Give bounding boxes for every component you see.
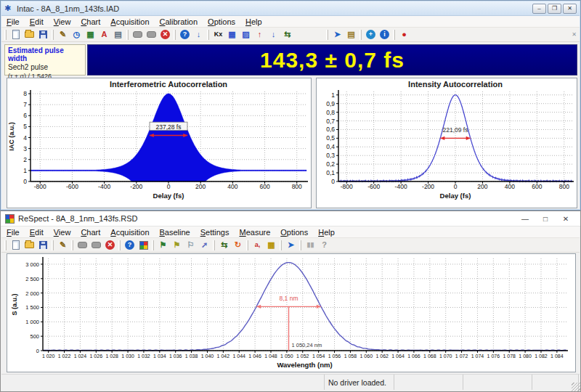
help-button[interactable]: ? [123, 239, 137, 251]
web-button[interactable]: + [364, 28, 378, 41]
maximize-button[interactable]: □ [535, 212, 556, 226]
peak-marker-button[interactable]: ➚ [198, 239, 211, 251]
play-button[interactable] [131, 28, 145, 41]
respect-menu-acquisition[interactable]: Acquisition [105, 227, 154, 237]
edit-settings-button[interactable]: ✎ [56, 28, 70, 41]
palette-button[interactable] [137, 239, 150, 251]
table-button[interactable]: ▦ [264, 239, 278, 251]
autoscale-button[interactable]: ↓ [192, 28, 206, 41]
toolbar-gripper[interactable] [207, 30, 209, 40]
open-file-button[interactable] [23, 239, 36, 251]
open-file-button[interactable] [23, 28, 36, 41]
report-button[interactable]: ▤ [344, 28, 358, 41]
toolbar-gripper[interactable] [299, 240, 301, 250]
pause-button[interactable] [89, 239, 103, 251]
maximize-button[interactable]: ❐ [548, 4, 561, 14]
toolbar-gripper[interactable] [393, 30, 395, 40]
info-button[interactable]: i [378, 28, 391, 41]
connect-button[interactable]: ⇆ [280, 28, 294, 41]
minimize-button[interactable]: – [532, 4, 546, 14]
intac-titlebar[interactable]: ✱ Intac - 8A_8_1nm_143fs.IAD –❐✕ [1, 1, 580, 16]
log-button[interactable]: ▤ [111, 28, 125, 41]
intac-menu-calibration[interactable]: Calibration [155, 17, 203, 27]
new-file-button-icon [12, 30, 20, 39]
close-button[interactable]: ✕ [556, 212, 576, 226]
move-marker-button[interactable]: ⚑ [170, 239, 184, 251]
respect-menu-baseline[interactable]: Baseline [155, 227, 195, 237]
spectrum-chart[interactable]: 1 0201 0221 0241 0261 0281 0301 0321 034… [7, 254, 575, 372]
chart-copy-button[interactable]: ▦ [84, 28, 97, 41]
respect-menu-edit[interactable]: Edit [25, 227, 49, 237]
intac-menu-view[interactable]: View [49, 17, 76, 27]
toolbar-gripper[interactable] [152, 240, 154, 250]
toolbar-gripper[interactable] [174, 30, 176, 40]
intensity-chart[interactable]: -800-600-400-200020040060080000,10,20,30… [317, 78, 577, 208]
select-marker-button[interactable]: ⚐ [184, 239, 198, 251]
respect-menu-measure[interactable]: Measure [234, 227, 275, 237]
toolbar-gripper[interactable] [71, 240, 73, 250]
font-button[interactable]: A [97, 28, 111, 41]
resize-grip[interactable] [572, 383, 580, 391]
chart-title: Intensity Autocorrelation [408, 80, 503, 89]
connect-button[interactable]: ⇆ [217, 239, 231, 251]
pause-button[interactable] [145, 28, 158, 41]
toolbar-gripper[interactable] [326, 30, 328, 40]
toolbar-gripper[interactable] [280, 240, 282, 250]
toolbar-gripper[interactable] [4, 240, 7, 250]
play-button[interactable] [76, 239, 89, 251]
respect-menu-help[interactable]: Help [313, 227, 340, 237]
toolbar-gripper[interactable] [118, 240, 121, 250]
respect-menu-file[interactable]: File [1, 227, 25, 237]
toolbar-gripper[interactable] [52, 30, 54, 40]
x-axis-label: Wavelength (nm) [277, 361, 332, 369]
stop-button[interactable]: ✕ [158, 28, 172, 41]
x-tick-label: 1 048 [264, 354, 277, 359]
add-marker-button[interactable]: ⚑ [156, 239, 170, 251]
intac-menu-chart[interactable]: Chart [76, 17, 105, 27]
scale-up-button[interactable]: ↑ [253, 28, 267, 41]
kx-calibration-button[interactable]: Kx [211, 28, 225, 41]
save-file-button[interactable] [36, 239, 50, 251]
toolbar-gripper[interactable] [213, 240, 215, 250]
x-tick-label: 1 046 [248, 354, 261, 359]
export-report-button[interactable]: ➤ [284, 239, 298, 251]
acquisition-clock-button[interactable]: ◷ [70, 28, 84, 41]
intac-menu-help[interactable]: Help [240, 17, 267, 27]
intac-menu-file[interactable]: File [1, 17, 25, 27]
toolbar-gripper[interactable] [359, 30, 362, 40]
respect-menu-view[interactable]: View [49, 227, 76, 237]
close-button[interactable]: ✕ [563, 4, 577, 14]
scale-down-button[interactable]: ↓ [267, 28, 280, 41]
respect-menu-settings[interactable]: Settings [195, 227, 235, 237]
respect-menu-options[interactable]: Options [275, 227, 313, 237]
save-file-button[interactable] [36, 28, 50, 41]
status-panel-0 [1, 375, 325, 390]
respect-titlebar[interactable]: ReSpect - 8A_8_1nm_143fs.RSD —□✕ [1, 211, 580, 226]
toolbar-gripper[interactable] [4, 30, 7, 40]
x-axis-label: Delay (fs) [153, 192, 184, 200]
help-button[interactable]: ? [178, 28, 192, 41]
y-tick-label: 1 [23, 167, 27, 174]
toolbar-gripper[interactable] [246, 240, 248, 250]
toolbar-gripper[interactable] [52, 240, 54, 250]
context-help-button[interactable]: ? [317, 239, 331, 251]
intac-menu-edit[interactable]: Edit [25, 17, 49, 27]
chart-left-button[interactable]: ▦ [225, 28, 239, 41]
new-file-button[interactable] [9, 28, 23, 41]
annotation-button[interactable]: a, [251, 239, 264, 251]
chart-right-button[interactable]: ▨ [239, 28, 253, 41]
columns-button[interactable]: ▮▮ [304, 239, 317, 251]
intac-menu-options[interactable]: Options [203, 17, 240, 27]
reset-button[interactable]: ↻ [231, 239, 245, 251]
marker-button[interactable]: ● [397, 28, 411, 41]
toolbar-close-icon[interactable]: ✕ [572, 31, 577, 38]
iac-chart[interactable]: -800-600-400-2000200400600800012345678In… [7, 78, 311, 208]
intac-menu-acquisition[interactable]: Acquisition [105, 17, 154, 27]
stop-button[interactable]: ✕ [103, 239, 117, 251]
minimize-button[interactable]: — [515, 212, 535, 226]
edit-settings-button[interactable]: ✎ [56, 239, 70, 251]
export-report-button[interactable]: ➤ [330, 28, 344, 41]
toolbar-gripper[interactable] [126, 30, 129, 40]
respect-menu-chart[interactable]: Chart [76, 227, 105, 237]
new-file-button[interactable] [9, 239, 23, 251]
